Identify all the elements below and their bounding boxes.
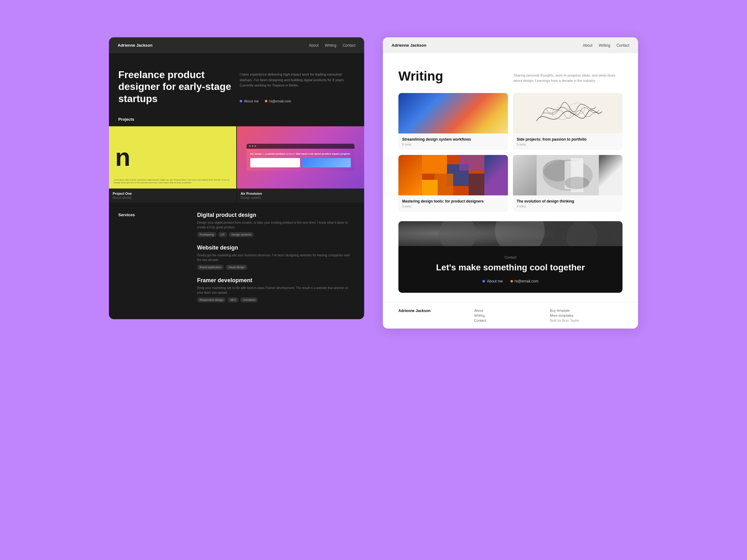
- footer-more[interactable]: More templates: [550, 314, 622, 317]
- footer-about[interactable]: About: [474, 309, 546, 312]
- tag-prototyping: Prototyping: [197, 232, 216, 237]
- left-panel: Adrienne Jackson About Writing Contact F…: [109, 37, 364, 319]
- banner-texture: [398, 221, 622, 246]
- project-card-2[interactable]: I'm Jonas — a senior product designer th…: [237, 126, 364, 203]
- browser-dot-2: [252, 145, 253, 147]
- blog-card-body-1: Streamlining design system workflows 6 m…: [398, 133, 508, 150]
- tag-design-systems: Design systems: [229, 232, 254, 237]
- design-letter: n: [115, 145, 130, 170]
- contact-about-text: About me: [487, 279, 503, 284]
- blog-card-3[interactable]: Mastering design tools: for product desi…: [398, 155, 508, 212]
- blog-card-1[interactable]: Streamlining design system workflows 6 m…: [398, 93, 508, 150]
- contact-section: Contact Let's make something cool togeth…: [398, 221, 622, 293]
- contact-email-link[interactable]: hi@email.com: [511, 279, 538, 284]
- project-sub-1: Brand identity: [113, 196, 232, 199]
- hero-about-link[interactable]: About me: [240, 99, 259, 103]
- design-para: Lorem ipsum dolor sit amet, consectetur …: [113, 179, 232, 184]
- hero-email-link[interactable]: hi@email.com: [265, 99, 291, 103]
- tag-animation: Animation: [240, 297, 258, 302]
- project-design-thumb: n Lorem ipsum dolor sit amet, consectetu…: [109, 126, 236, 189]
- design-text: Lorem ipsum dolor sit amet, consectetur …: [113, 179, 232, 184]
- contact-label: Contact: [411, 256, 610, 259]
- right-nav-writing[interactable]: Writing: [599, 43, 610, 48]
- contact-about-link[interactable]: About me: [483, 279, 503, 284]
- services-label: Services: [118, 212, 135, 217]
- orange-dot: [265, 100, 267, 102]
- contact-body: Contact Let's make something cool togeth…: [398, 246, 622, 293]
- footer-buy[interactable]: Buy template: [550, 309, 622, 312]
- project-thumb-2: I'm Jonas — a senior product designer th…: [237, 126, 364, 189]
- blog-card-body-2: Side projects: from passion to portfolio…: [513, 133, 622, 150]
- footer-contact[interactable]: Contact: [474, 319, 546, 322]
- blog-time-1: 6 mins: [402, 143, 504, 146]
- blog-card-4[interactable]: The evolution of design thinking 4 mins: [513, 155, 622, 212]
- contact-title: Let's make something cool together: [411, 262, 610, 273]
- left-nav: Adrienne Jackson About Writing Contact: [109, 37, 364, 53]
- project-title-2: Air Provision: [240, 192, 360, 195]
- svg-rect-6: [459, 155, 484, 170]
- footer-logo: Adrienne Jackson: [398, 309, 471, 313]
- blog-thumb-3: [398, 155, 508, 195]
- service-item-3: Framer development Bring your marketing …: [197, 277, 355, 302]
- browser-heading: I'm Jonas — a senior product designer th…: [250, 153, 351, 156]
- blog-card-2[interactable]: Side projects: from passion to portfolio…: [513, 93, 622, 150]
- contact-orange-dot: [511, 280, 513, 283]
- blog-grid: Streamlining design system workflows 6 m…: [383, 93, 638, 221]
- project-card-1[interactable]: n Lorem ipsum dolor sit amet, consectetu…: [109, 126, 236, 203]
- project-title-1: Project One: [113, 192, 232, 195]
- right-nav-links: About Writing Contact: [583, 43, 629, 48]
- tag-ux: UX: [218, 232, 227, 237]
- service-title-2: Website design: [197, 244, 355, 251]
- hero-links: About me hi@email.com: [240, 98, 355, 105]
- blog-thumb-1: [398, 93, 508, 133]
- blog-time-3: 3 mins: [402, 205, 504, 208]
- service-tags-1: Prototyping UX Design systems: [197, 232, 355, 237]
- svg-rect-8: [422, 180, 438, 195]
- service-title-3: Framer development: [197, 277, 355, 284]
- service-desc-2: Finally get the marketing site your busi…: [197, 253, 355, 262]
- projects-label: Projects: [109, 117, 364, 126]
- blog-thumb-2: [513, 93, 622, 133]
- blog-time-2: 5 mins: [517, 143, 619, 146]
- left-nav-writing[interactable]: Writing: [325, 43, 336, 48]
- contact-links: About me hi@email.com: [411, 279, 610, 284]
- blog-card-body-4: The evolution of design thinking 4 mins: [513, 195, 622, 212]
- blog-title-3: Mastering design tools: for product desi…: [402, 199, 504, 204]
- left-nav-about[interactable]: About: [309, 43, 318, 48]
- footer-credit: Built by Bryn Taylor: [550, 319, 622, 322]
- tag-seo: SEO: [228, 297, 238, 302]
- blue-dot: [240, 100, 242, 102]
- svg-rect-4: [422, 155, 447, 174]
- right-panel: Adrienne Jackson About Writing Contact W…: [383, 37, 638, 328]
- project-sub-2: Design system: [240, 196, 360, 199]
- service-tags-2: Brand application Visual design: [197, 265, 355, 270]
- tag-visual: Visual design: [226, 265, 247, 270]
- tag-brand: Brand application: [197, 265, 224, 270]
- service-desc-1: Design your digital product from scratch…: [197, 220, 355, 230]
- footer-col-1: About Writing Contact: [474, 309, 546, 322]
- blog-title-1: Streamlining design system workflows: [402, 137, 504, 141]
- blog-thumb-4: [513, 155, 622, 195]
- browser-img-2: [301, 158, 351, 167]
- browser-dot-3: [255, 145, 256, 147]
- footer-writing[interactable]: Writing: [474, 314, 546, 317]
- blog-card-body-3: Mastering design tools: for product desi…: [398, 195, 508, 212]
- project-thumb-1: n Lorem ipsum dolor sit amet, consectetu…: [109, 126, 236, 189]
- svg-rect-9: [469, 174, 484, 195]
- contact-banner: [398, 221, 622, 246]
- textile-art: [398, 155, 508, 195]
- browser-mockup: I'm Jonas — a senior product designer th…: [247, 144, 355, 171]
- left-nav-contact[interactable]: Contact: [343, 43, 356, 48]
- contact-blue-dot: [483, 280, 485, 283]
- hero-description: I have experience delivering high-impact…: [240, 72, 355, 88]
- left-hero: Freelance product designer for early-sta…: [109, 53, 364, 117]
- right-nav-contact[interactable]: Contact: [617, 43, 629, 48]
- svg-point-15: [565, 177, 590, 189]
- services-list: Digital product design Design your digit…: [197, 212, 355, 310]
- service-item-2: Website design Finally get the marketing…: [197, 244, 355, 270]
- shadow-art: [513, 155, 622, 195]
- writing-description: Sharing personal thoughts, work-in-progr…: [514, 73, 622, 84]
- left-nav-links: About Writing Contact: [309, 43, 356, 48]
- right-nav-about[interactable]: About: [583, 43, 592, 48]
- project-info-1: Project One Brand identity: [109, 189, 236, 203]
